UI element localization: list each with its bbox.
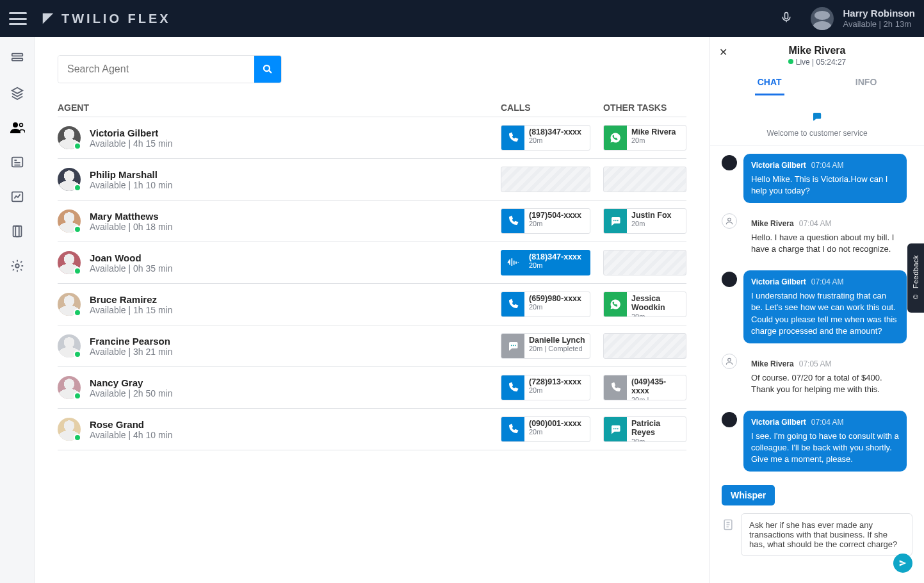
- agent-name: Victoria Gilbert: [90, 127, 172, 138]
- nav-queue-icon[interactable]: [9, 154, 26, 170]
- welcome-text: Welcome to customer service: [710, 129, 924, 138]
- customer-avatar-small: [722, 213, 737, 229]
- nav-dashboard-icon[interactable]: [9, 50, 26, 67]
- svg-rect-8: [15, 226, 21, 237]
- close-icon[interactable]: ✕: [719, 46, 727, 58]
- agent-rows: Victoria Gilbert Available | 4h 15 min (…: [58, 117, 686, 450]
- task-chip[interactable]: (090)001-xxxx20m: [501, 416, 590, 442]
- svg-point-16: [515, 345, 516, 346]
- message-text: Of course. 07/20 for a total of $400. Th…: [751, 372, 899, 395]
- message-list: Victoria Gilbert07:04 AM Hello Mike. Thi…: [710, 146, 924, 479]
- main-content: AGENT CALLS OTHER TASKS Victoria Gilbert…: [35, 37, 709, 583]
- tab-chat[interactable]: CHAT: [755, 73, 784, 95]
- user-status: Available | 2h 13m: [843, 19, 915, 29]
- task-chip[interactable]: (659)980-xxxx20m: [501, 292, 590, 317]
- left-nav: [0, 37, 35, 583]
- agent-row: Mary Matthews Available | 0h 18 min (197…: [58, 201, 686, 242]
- svg-point-11: [613, 220, 615, 221]
- panel-title: Mike Rivera: [720, 45, 914, 56]
- feedback-icon: ☺: [912, 292, 920, 301]
- brand-label: TWILIO FLEX: [61, 12, 171, 26]
- task-chip[interactable]: Patricia Reyes20m: [603, 416, 686, 442]
- agent-name: Philip Marshall: [90, 169, 172, 180]
- empty-slot: [603, 167, 686, 192]
- feedback-tab[interactable]: Feedback ☺: [907, 243, 924, 313]
- agent-status: Available | 1h 15 min: [90, 305, 172, 315]
- task-chip[interactable]: Danielle Lynch20m | Completed: [501, 333, 590, 359]
- twilio-logo-icon: [41, 12, 55, 26]
- task-chip[interactable]: (818)347-xxxx20m: [501, 125, 590, 151]
- task-chip[interactable]: Jessica Woodkin20m: [603, 292, 686, 317]
- message: Mike Rivera07:04 AM Hello. I have a ques…: [722, 212, 912, 261]
- svg-point-9: [15, 264, 19, 268]
- status-dot: [74, 142, 81, 150]
- task-chip[interactable]: (197)504-xxxx20m: [501, 208, 590, 234]
- svg-point-18: [615, 428, 617, 429]
- agent-avatar-small: [722, 155, 737, 170]
- agent-status: Available | 1h 10 min: [90, 180, 172, 190]
- chatgrey-icon: [501, 334, 524, 358]
- phone-icon: [501, 375, 524, 400]
- svg-point-17: [613, 428, 615, 429]
- conversation-panel: ✕ Mike Rivera Live | 05:24:27 CHAT INFO …: [709, 37, 924, 583]
- svg-point-14: [511, 345, 512, 346]
- agent-row: Philip Marshall Available | 1h 10 min: [58, 159, 686, 201]
- nav-analytics-icon[interactable]: [9, 188, 26, 205]
- agent-name: Bruce Ramirez: [90, 294, 172, 305]
- task-chip[interactable]: (728)913-xxxx20m: [501, 375, 590, 400]
- task-chip[interactable]: Mike Rivera20m: [603, 125, 686, 151]
- nav-docs-icon[interactable]: [9, 223, 26, 240]
- message-text: I understand how frustrating that can be…: [751, 290, 899, 337]
- status-dot: [74, 434, 81, 441]
- empty-slot: [603, 333, 686, 359]
- status-dot: [74, 350, 81, 358]
- tab-info[interactable]: INFO: [853, 73, 879, 95]
- agent-name: Joan Wood: [90, 252, 172, 263]
- task-chip[interactable]: (818)347-xxxx20m: [501, 250, 590, 275]
- user-menu[interactable]: Harry Robinson Available | 2h 13m: [811, 7, 915, 30]
- chat-icon: [604, 417, 627, 441]
- task-chip[interactable]: Justin Fox20m: [603, 208, 686, 234]
- panel-subtitle: Live | 05:24:27: [720, 58, 914, 67]
- whisper-button[interactable]: Whisper: [722, 485, 775, 505]
- welcome-chat-icon: [710, 111, 924, 125]
- menu-button[interactable]: [9, 12, 27, 25]
- compose-input[interactable]: Ask her if she has ever made any transac…: [741, 513, 912, 556]
- search-icon: [262, 63, 273, 75]
- nav-layers-icon[interactable]: [9, 85, 26, 101]
- svg-rect-2: [12, 58, 22, 61]
- whatsapp-icon: [604, 126, 627, 150]
- search-button[interactable]: [254, 56, 281, 83]
- search-bar: [58, 55, 282, 83]
- phone-icon: [501, 417, 524, 441]
- svg-point-19: [617, 428, 619, 429]
- status-dot: [74, 184, 81, 192]
- wave-icon: [501, 250, 524, 275]
- agent-avatar-small: [722, 412, 737, 427]
- phone-icon: [501, 292, 524, 316]
- agent-status: Available | 2h 50 min: [90, 388, 172, 398]
- status-dot: [74, 392, 81, 400]
- agent-name: Mary Matthews: [90, 211, 172, 222]
- agent-status: Available | 4h 15 min: [90, 138, 172, 149]
- phone-icon: [501, 126, 524, 150]
- whatsapp-icon: [604, 292, 627, 316]
- svg-point-21: [728, 358, 731, 361]
- nav-agents-icon[interactable]: [9, 119, 26, 136]
- send-button[interactable]: [893, 554, 912, 573]
- agent-name: Nancy Gray: [90, 377, 172, 388]
- status-dot: [74, 267, 81, 275]
- svg-rect-1: [12, 54, 22, 56]
- message: Mike Rivera07:05 AM Of course. 07/20 for…: [722, 352, 912, 402]
- svg-point-10: [264, 65, 270, 71]
- agent-row: Bruce Ramirez Available | 1h 15 min (659…: [58, 284, 686, 325]
- attach-icon[interactable]: [722, 517, 734, 535]
- empty-slot: [501, 167, 590, 192]
- agent-name: Rose Grand: [90, 419, 172, 430]
- nav-settings-icon[interactable]: [9, 258, 26, 274]
- search-input[interactable]: [58, 56, 254, 83]
- task-chip[interactable]: (049)435-xxxx20m | Completed: [603, 375, 686, 400]
- mic-icon[interactable]: [780, 10, 793, 28]
- agent-status: Available | 0h 35 min: [90, 263, 172, 274]
- agent-status: Available | 3h 21 min: [90, 347, 172, 357]
